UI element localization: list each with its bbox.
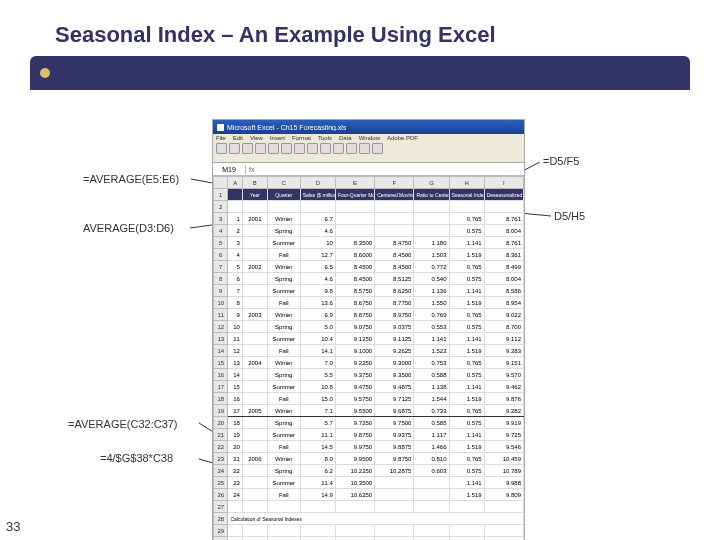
title-bar: Microsoft Excel - Ch15 Forecasting.xls	[213, 120, 524, 134]
column-header[interactable]: F	[375, 177, 414, 189]
decorative-band	[30, 56, 690, 90]
column-header[interactable]: A	[228, 177, 242, 189]
column-header[interactable]: H	[449, 177, 484, 189]
column-header[interactable]: C	[267, 177, 300, 189]
callout-formula-d3d6: AVERAGE(D3:D6)	[83, 222, 174, 234]
worksheet-grid[interactable]: ABCDEFGHI1YearQuarterSales ($ millions)F…	[213, 176, 524, 540]
column-header[interactable]: D	[300, 177, 335, 189]
callout-formula-d5f5: =D5/F5	[543, 155, 579, 167]
toolbar: FileEditViewInsertFormatToolsDataWindowA…	[213, 134, 524, 163]
menu-item[interactable]: Adobe PDF	[387, 135, 418, 141]
menu-item[interactable]: Edit	[233, 135, 243, 141]
excel-screenshot: Microsoft Excel - Ch15 Forecasting.xls F…	[213, 120, 524, 540]
column-header[interactable]: G	[414, 177, 449, 189]
menu-bar[interactable]: FileEditViewInsertFormatToolsDataWindowA…	[213, 134, 524, 142]
window-title: Microsoft Excel - Ch15 Forecasting.xls	[227, 124, 346, 131]
column-header[interactable]: I	[484, 177, 523, 189]
menu-item[interactable]: Tools	[318, 135, 332, 141]
slide-title: Seasonal Index – An Example Using Excel	[0, 0, 720, 56]
menu-item[interactable]: Window	[359, 135, 380, 141]
menu-item[interactable]: File	[216, 135, 226, 141]
callout-formula-d5h5: D5/H5	[554, 210, 585, 222]
callout-formula-e5e6: =AVERAGE(E5:E6)	[83, 173, 179, 185]
name-box[interactable]: M19	[213, 165, 246, 174]
column-header[interactable]: B	[242, 177, 267, 189]
fx-icon[interactable]: fx	[246, 166, 257, 173]
excel-icon	[217, 124, 224, 131]
slide-number: 33	[6, 519, 20, 534]
callout-formula-c32c37: =AVERAGE(C32:C37)	[68, 418, 178, 430]
column-header[interactable]: E	[335, 177, 374, 189]
callout-formula-g38: =4/$G$38*C38	[100, 452, 173, 464]
menu-item[interactable]: Insert	[270, 135, 285, 141]
menu-item[interactable]: Format	[292, 135, 311, 141]
formula-bar[interactable]: M19 fx	[213, 163, 524, 176]
toolbar-icons[interactable]	[213, 142, 524, 155]
menu-item[interactable]: Data	[339, 135, 352, 141]
menu-item[interactable]: View	[250, 135, 263, 141]
